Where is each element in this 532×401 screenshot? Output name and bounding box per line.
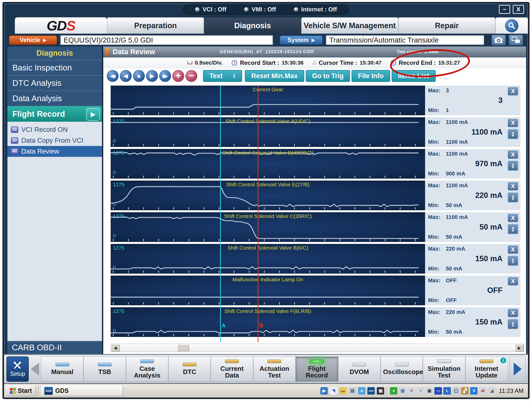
toolbar-scroll-left-button[interactable] (31, 363, 39, 376)
flight-record-expand-button[interactable]: ▶ (86, 108, 100, 121)
system-field[interactable]: Transmission/Automatic Transaxle (326, 35, 484, 45)
chart-plot-8[interactable]: Shift Control Solenoid Valve F(8LR/B)127… (111, 307, 425, 337)
chart-plot-7[interactable]: Malfunction Indicator Lamp On (111, 276, 425, 305)
volume-icon[interactable]: ◖ (417, 387, 424, 395)
horizontal-scrollbar[interactable]: ◀ ▶ (111, 344, 524, 352)
reorder-channel-button[interactable]: ▲▼ (507, 129, 518, 139)
function-button-simulation-test[interactable]: Simulation Test (423, 356, 465, 382)
display-settings-icon[interactable]: ▢ (452, 387, 460, 395)
chart-plot-2[interactable]: Shift Control Solenoid Valve A(UD/C)1275… (111, 117, 425, 147)
laptop-icon[interactable]: ▭ (434, 387, 442, 395)
start-button[interactable]: Start (6, 385, 36, 396)
play-button[interactable]: ▶ (146, 70, 158, 82)
function-button-current-data[interactable]: Current Data (211, 356, 253, 382)
gds-logo[interactable]: GDS (15, 17, 107, 34)
reset-min-max-button[interactable]: Reset Min.Max (245, 70, 304, 82)
taskbar-app-gds[interactable]: GDS GDS (41, 385, 123, 396)
internet-explorer-icon[interactable]: e (358, 387, 365, 395)
sidebar-subitem-vci-record-on[interactable]: VCI Record ON (7, 124, 102, 135)
zoom-in-button[interactable]: + (172, 70, 184, 82)
minimize-button[interactable]: − (499, 5, 510, 14)
remove-channel-button[interactable]: X (507, 87, 518, 96)
my-computer-icon[interactable]: ▤ (349, 387, 356, 395)
edit-icon[interactable]: ◥ (330, 387, 337, 395)
tab-diagnosis[interactable]: Diagnosis (204, 17, 301, 34)
function-button-flight-record[interactable]: Flight Record (296, 356, 338, 382)
vehicle-field[interactable]: EQUUS(VI)/2012/G 5.0 GDI (60, 35, 273, 45)
tab-repair[interactable]: Repair (398, 17, 495, 34)
file-info-button[interactable]: File Info (352, 70, 390, 82)
printer-icon[interactable]: ▣ (426, 387, 433, 395)
reorder-channel-button[interactable]: ▲▼ (507, 319, 518, 329)
reorder-channel-button[interactable]: ▲▼ (507, 192, 518, 203)
search-button[interactable] (495, 17, 528, 34)
toolbar-scroll-right-button[interactable] (510, 356, 526, 382)
remove-channel-button[interactable]: X (507, 308, 518, 317)
photo-viewer-icon[interactable]: ▩ (377, 387, 384, 395)
tools-icon[interactable]: ▞ (461, 387, 469, 395)
setup-button[interactable]: Setup (6, 356, 29, 382)
chart-plot-4[interactable]: Shift Control Solenoid Valve E(27/B)1275… (111, 181, 425, 210)
tab-preparation[interactable]: Preparation (107, 17, 204, 34)
tab-vehicle-s-w-management[interactable]: Vehicle S/W Management (301, 17, 398, 34)
usb-device-icon[interactable]: ♦ (390, 387, 397, 395)
chart-row: Shift Control Solenoid Valve D(48OD/C)12… (111, 149, 526, 179)
rewind-button[interactable]: ◀◀ (107, 70, 119, 82)
touch-input-icon[interactable]: ◢ (488, 387, 495, 395)
chart-plot-5[interactable]: Shift Control Solenoid Valve C(35R/C)127… (111, 212, 425, 242)
dual-display-button[interactable] (509, 35, 523, 46)
function-button-dtc[interactable]: DTC (168, 356, 211, 382)
go-to-trig-button[interactable]: Go to Trig (306, 70, 350, 82)
sidebar-subitem-data-review[interactable]: Data Review (7, 146, 102, 157)
chart-plot-3[interactable]: Shift Control Solenoid Valve D(48OD/C)12… (111, 149, 425, 179)
function-button-dvom[interactable]: DVOM (338, 356, 380, 382)
network-error-icon[interactable]: × (408, 387, 415, 395)
remove-channel-button[interactable]: X (507, 182, 518, 191)
sidebar-item-data-analysis[interactable]: Data Analysis (7, 91, 102, 106)
sidebar-item-dtc-analysis[interactable]: DTC Analysis (7, 75, 102, 91)
function-button-case-analysis[interactable]: Case Analysis (126, 356, 168, 382)
function-button-tsb[interactable]: TSB (83, 356, 126, 382)
sidebar-subitem-data-copy-from-vci[interactable]: Data Copy From VCI (7, 135, 102, 146)
monitor-l-icon[interactable]: L (443, 387, 451, 395)
remove-channel-button[interactable]: X (507, 245, 518, 254)
sidebar-item-flight-record[interactable]: Flight Record ▶ (7, 106, 102, 122)
chart-plot-1[interactable]: Current Gear (111, 86, 425, 115)
items-list-button[interactable]: Items List (392, 70, 436, 82)
zoom-out-button[interactable]: − (185, 70, 197, 82)
chart-plot-6[interactable]: Shift Control Solenoid Valve B(6/C)12750 (111, 244, 425, 274)
sidebar-item-basic-inspection[interactable]: Basic Inspection (7, 60, 102, 75)
scroll-right-button[interactable]: ▶ (515, 344, 524, 352)
function-button-oscilloscope[interactable]: Oscilloscope (380, 356, 423, 382)
reorder-channel-button[interactable]: ▲▼ (507, 161, 518, 171)
network-signal-icon[interactable]: ▤ (399, 387, 406, 395)
function-button-manual[interactable]: Manual (41, 356, 83, 382)
view-mode-dropdown[interactable]: Text ▲▼ (203, 70, 242, 82)
max-value: OFF (446, 277, 457, 283)
scrollbar-thumb[interactable] (177, 344, 189, 351)
function-button-actuation-test[interactable]: Actuation Test (253, 356, 296, 382)
folder-icon[interactable]: ▬ (339, 387, 347, 395)
remove-channel-button[interactable]: X (507, 118, 518, 127)
stop-button[interactable]: ■ (133, 70, 145, 82)
lightning-icon[interactable]: V (470, 387, 478, 395)
remove-channel-button[interactable]: X (507, 213, 518, 222)
vehicle-button[interactable]: Vehicle▶ (9, 35, 57, 45)
function-button-internet-update[interactable]: Internet Updatei (465, 356, 508, 382)
sidebar-item-carb-obd2[interactable]: CARB OBD-II (7, 340, 102, 354)
system-button[interactable]: System▶ (279, 35, 323, 45)
y-axis-min-label: 0 (113, 169, 116, 175)
sync-arrows-icon[interactable]: ⇄ (479, 387, 486, 395)
reorder-channel-button[interactable]: ▲▼ (507, 224, 518, 234)
scroll-left-button[interactable]: ◀ (111, 344, 120, 352)
remove-channel-button[interactable]: X (507, 150, 518, 159)
fast-forward-button[interactable]: ▶▶ (159, 70, 171, 82)
reorder-channel-button[interactable]: ▲▼ (507, 256, 518, 266)
close-button[interactable]: X (513, 5, 524, 14)
time-tick-marks (113, 207, 424, 210)
screenshot-button[interactable] (491, 35, 506, 46)
remove-channel-button[interactable]: X (507, 277, 518, 286)
step-back-button[interactable]: ◀ (120, 70, 132, 82)
gds-launcher-icon[interactable]: GDS (367, 387, 375, 395)
media-player-icon[interactable]: ▶ (320, 387, 328, 395)
